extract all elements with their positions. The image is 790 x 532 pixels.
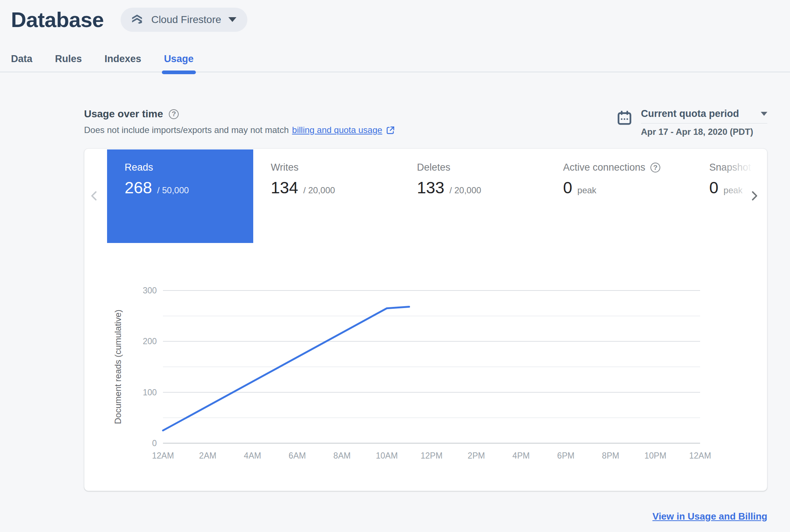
x-tick-label: 6PM — [557, 451, 574, 460]
tab-bar: Data Rules Indexes Usage — [0, 50, 790, 72]
subtitle-text: Does not include imports/exports and may… — [84, 125, 289, 135]
metric-value: 0 — [563, 178, 572, 197]
chevron-down-icon — [228, 17, 236, 22]
section-subtitle: Does not include imports/exports and may… — [84, 125, 395, 135]
tab-label: Usage — [164, 53, 194, 64]
x-tick-label: 4PM — [512, 451, 529, 460]
metric-label: Snapshot listeners — [709, 162, 767, 173]
metric-label: Writes — [271, 162, 299, 173]
tab-label: Indexes — [105, 53, 141, 64]
x-tick-label: 4AM — [244, 451, 261, 460]
metric-suffix: / 20,000 — [303, 185, 335, 195]
usage-section-left: Usage over time ? Does not include impor… — [84, 108, 395, 137]
metric-label: Reads — [125, 162, 153, 173]
page-header: Database Cloud Firestore — [11, 7, 247, 32]
metric-value: 0 — [709, 178, 718, 197]
quota-period-value: Apr 17 - Apr 18, 2020 (PDT) — [641, 127, 767, 137]
metric-tile-active-connections[interactable]: Active connections ? 0 peak — [546, 149, 692, 243]
metric-tile-writes[interactable]: Writes 134 / 20,000 — [253, 149, 399, 243]
y-axis-title: Document reads (cumulative) — [113, 309, 123, 424]
tab-usage[interactable]: Usage — [164, 50, 194, 72]
y-tick-label: 300 — [143, 286, 157, 295]
metric-tile-reads[interactable]: Reads 268 / 50,000 — [107, 149, 253, 243]
chevron-down-icon — [761, 112, 767, 116]
x-tick-label: 12AM — [152, 451, 174, 460]
help-icon[interactable]: ? — [650, 163, 660, 172]
x-tick-label: 10PM — [644, 451, 666, 460]
view-usage-billing-link[interactable]: View in Usage and Billing — [653, 511, 767, 522]
metric-suffix: / 50,000 — [157, 185, 189, 195]
quota-period-box: Current quota period Apr 17 - Apr 18, 20… — [641, 108, 767, 137]
metric-tile-deletes[interactable]: Deletes 133 / 20,000 — [399, 149, 546, 243]
calendar-icon — [616, 110, 633, 126]
tab-label: Data — [11, 53, 33, 64]
product-selector[interactable]: Cloud Firestore — [121, 8, 247, 32]
metric-label: Active connections — [563, 162, 645, 173]
billing-and-quota-usage-link[interactable]: billing and quota usage — [292, 125, 382, 135]
quota-period-label: Current quota period — [641, 108, 739, 119]
external-link-icon[interactable] — [385, 125, 395, 135]
usage-line-chart: 010020030012AM2AM4AM6AM8AM10AM12PM2PM4PM… — [84, 269, 767, 481]
metric-value: 134 — [271, 178, 298, 197]
x-tick-label: 12AM — [689, 451, 711, 460]
x-tick-label: 8AM — [333, 451, 350, 460]
tab-rules[interactable]: Rules — [55, 50, 82, 72]
x-tick-label: 8PM — [602, 451, 619, 460]
usage-section-header: Usage over time ? Does not include impor… — [84, 108, 767, 137]
chevron-left-icon[interactable] — [88, 190, 100, 203]
firestore-icon — [130, 13, 144, 27]
x-tick-label: 10AM — [376, 451, 398, 460]
metric-value: 268 — [125, 178, 152, 197]
chevron-right-icon[interactable] — [748, 190, 760, 203]
usage-card: Reads 268 / 50,000 Writes 134 / 20,000 D… — [84, 148, 767, 491]
y-tick-label: 200 — [143, 337, 157, 346]
quota-period-selector[interactable]: Current quota period — [641, 108, 767, 123]
x-tick-label: 6AM — [289, 451, 306, 460]
metric-tiles: Reads 268 / 50,000 Writes 134 / 20,000 D… — [84, 149, 767, 243]
tab-indexes[interactable]: Indexes — [105, 50, 141, 72]
y-tick-label: 0 — [152, 438, 157, 448]
quota-divider — [641, 123, 767, 123]
quota-period-cluster: Current quota period Apr 17 - Apr 18, 20… — [616, 108, 767, 137]
reads-series-line — [163, 307, 409, 431]
metric-label: Deletes — [417, 162, 451, 173]
tab-label: Rules — [55, 53, 82, 64]
x-tick-label: 12PM — [421, 451, 443, 460]
tab-data[interactable]: Data — [11, 50, 33, 72]
product-selector-label: Cloud Firestore — [151, 14, 221, 26]
y-tick-label: 100 — [143, 388, 157, 397]
help-icon[interactable]: ? — [169, 109, 179, 119]
x-tick-label: 2AM — [199, 451, 216, 460]
metric-suffix: peak — [577, 185, 596, 195]
x-tick-label: 2PM — [468, 451, 485, 460]
metric-suffix: / 20,000 — [449, 185, 481, 195]
metric-value: 133 — [417, 178, 444, 197]
page-title: Database — [11, 7, 104, 32]
active-tab-indicator — [162, 71, 196, 74]
section-title: Usage over time — [84, 108, 163, 120]
metric-suffix: peak — [723, 185, 742, 195]
